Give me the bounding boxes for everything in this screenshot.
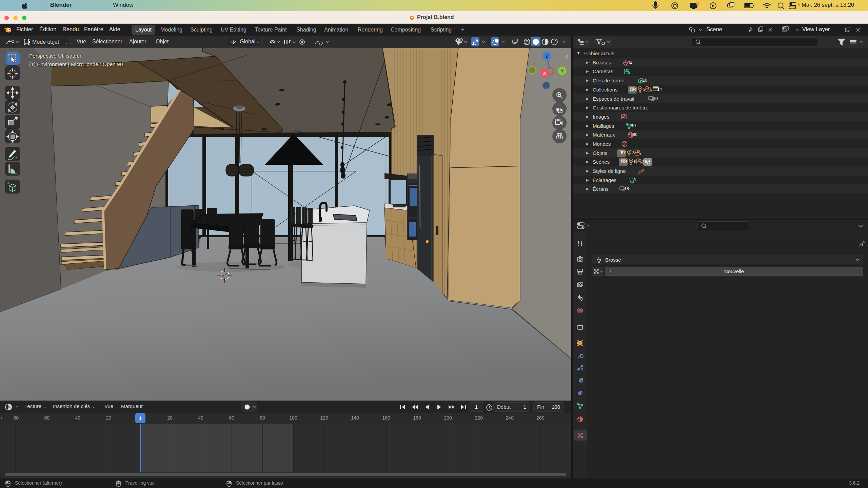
svg-text:Y: Y [561,68,564,74]
svg-text:X: X [543,71,546,76]
svg-text:Z: Z [546,54,548,59]
